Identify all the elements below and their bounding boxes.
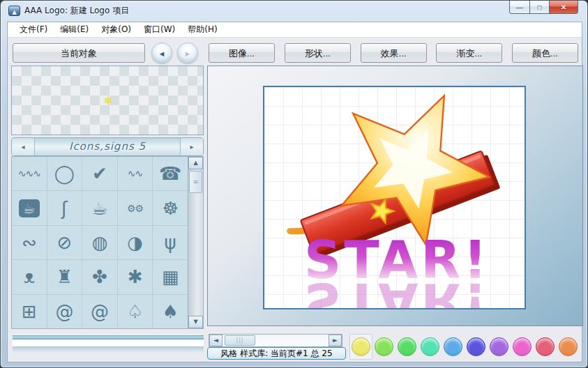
- menu-item-3[interactable]: 窗口(W): [137, 22, 181, 37]
- swatch-circle-turquoise: [421, 337, 439, 356]
- icon-cell-calculator[interactable]: ⊞: [12, 295, 47, 328]
- icon-grid-scrollbar[interactable]: ▲ ≡ ▼: [188, 156, 204, 329]
- icon-cell-wavy-lines[interactable]: ∿∿: [118, 157, 153, 190]
- category-prev-button[interactable]: ◂: [12, 138, 35, 155]
- swatch-turquoise[interactable]: [419, 334, 442, 360]
- menu-item-4[interactable]: 帮助(H): [181, 22, 223, 37]
- brick-wall-icon: ▦: [162, 268, 179, 286]
- logo-page[interactable]: STAR! STAR!: [263, 86, 526, 309]
- scroll-left-icon[interactable]: ◄: [209, 335, 223, 346]
- styles-status-bar[interactable]: 风格 样式库: 当前页#1 总 25: [207, 347, 346, 360]
- icon-cell-splatter[interactable]: ✱: [118, 260, 153, 293]
- menu-item-0[interactable]: 文件(F): [13, 22, 54, 37]
- swatch-circle-green: [398, 337, 416, 356]
- swatch-blue[interactable]: [442, 334, 465, 360]
- clover-icon: ✤: [92, 268, 107, 286]
- coffee-sign-icon: ☕: [19, 199, 40, 217]
- icon-cell-brick-wall[interactable]: ▦: [153, 260, 188, 293]
- pine-tree-icon: ♠: [163, 302, 179, 321]
- title-bar: ▲ AAA Logo: 新建 Logo 项目 — □ ✕: [1, 1, 587, 22]
- star-logo-artwork: STAR! STAR!: [264, 87, 525, 308]
- toolbar-button-0[interactable]: 图像...: [209, 43, 275, 63]
- category-label[interactable]: Icons,signs 5: [35, 138, 180, 155]
- icon-cell-pine-tree-outline[interactable]: ♤: [118, 295, 153, 328]
- current-object-button[interactable]: 当前对象: [13, 43, 145, 63]
- toolbar-button-1[interactable]: 形状...: [285, 43, 351, 63]
- minimize-button[interactable]: —: [509, 1, 530, 14]
- spiral-icon: @: [91, 302, 109, 321]
- stripe: [13, 339, 204, 346]
- icon-cell-gears[interactable]: ⚙⚙: [118, 191, 153, 224]
- swatch-circle-yellow-green: [375, 337, 393, 356]
- vertical-scroll-thumb[interactable]: ≡: [189, 171, 202, 193]
- category-next-button[interactable]: ▸: [180, 138, 203, 155]
- icon-cell-coffee-cup[interactable]: ☕: [82, 191, 117, 224]
- no-smoking-icon: ⊘: [56, 233, 72, 252]
- gears-icon: ⚙⚙: [127, 204, 143, 213]
- icon-cell-telephone[interactable]: ☎: [153, 157, 188, 190]
- swatch-indigo[interactable]: [465, 334, 488, 360]
- icon-cell-coffee-sign[interactable]: ☕: [12, 191, 47, 224]
- icon-cell-globe-swoosh[interactable]: ◑: [118, 226, 153, 259]
- swatch-magenta[interactable]: [511, 334, 534, 360]
- prev-object-button[interactable]: ◄: [151, 43, 172, 63]
- triple-curls-wave-icon: ∿∿∿: [18, 169, 40, 178]
- icon-grid: ∿∿∿◯✔∿∿☎☕ʃ☕⚙⚙☸∾⊘◍◑ψᴥ♜✤✱▦⊞@@♤♠: [11, 156, 188, 329]
- podium-people-icon: ♜: [56, 268, 73, 286]
- icon-cell-no-smoking[interactable]: ⊘: [47, 226, 82, 259]
- icon-cell-squiggle[interactable]: ʃ: [47, 191, 82, 224]
- swatch-circle-indigo: [467, 337, 485, 356]
- app-icon: ▲: [8, 6, 20, 16]
- menu-item-1[interactable]: 编辑(E): [54, 22, 95, 37]
- swatch-circle-magenta: [513, 337, 532, 356]
- toolbar-button-2[interactable]: 效果...: [361, 43, 427, 63]
- icon-category-selector: ◂ Icons,signs 5 ▸: [11, 137, 204, 156]
- icon-cell-clover[interactable]: ✤: [82, 260, 117, 293]
- app-window: ▲ AAA Logo: 新建 Logo 项目 — □ ✕ 文件(F)编辑(E)对…: [0, 0, 588, 368]
- maximize-button[interactable]: □: [529, 1, 550, 14]
- icon-cell-triskelion[interactable]: ☸: [153, 191, 188, 224]
- icon-cell-swoosh-check[interactable]: ✔: [82, 157, 117, 190]
- icon-cell-pine-tree[interactable]: ♠: [153, 295, 188, 328]
- client-area: 文件(F)编辑(E)对象(O)窗口(W)帮助(H) 当前对象 ◄ ► 图像...…: [7, 22, 582, 362]
- object-preview[interactable]: ✶: [11, 66, 204, 135]
- swatch-green[interactable]: [395, 334, 419, 360]
- icon-cell-spiral-dotted[interactable]: @: [47, 295, 82, 328]
- turtle-icon: ᴥ: [24, 268, 35, 286]
- logo-text-reflection: STAR!: [304, 272, 490, 308]
- scroll-down-icon[interactable]: ▼: [188, 316, 203, 328]
- icon-cell-handprint[interactable]: ψ: [153, 226, 188, 259]
- swoosh-check-icon: ✔: [92, 164, 107, 183]
- toolbar-button-3[interactable]: 渐变...: [436, 43, 502, 63]
- swatch-circle-rose: [536, 337, 555, 356]
- icon-cell-turtle[interactable]: ᴥ: [12, 260, 47, 293]
- menu-item-2[interactable]: 对象(O): [95, 22, 137, 37]
- globe-icon: ◍: [92, 233, 108, 252]
- icon-cell-globe[interactable]: ◍: [82, 226, 117, 259]
- preview-star-icon: ✶: [103, 93, 114, 108]
- icon-cell-triple-curls-wave[interactable]: ∿∿∿: [12, 157, 47, 190]
- swatch-yellow-green[interactable]: [372, 334, 395, 360]
- icon-cell-wave-curl[interactable]: ∾: [12, 226, 47, 259]
- toolbar-button-4[interactable]: 颜色...: [512, 43, 578, 63]
- styles-scrollbar[interactable]: ◄ ||| ►: [209, 334, 342, 347]
- swatch-purple[interactable]: [488, 334, 511, 360]
- close-button[interactable]: ✕: [549, 1, 578, 14]
- swatch-rose[interactable]: [534, 334, 557, 360]
- window-title: AAA Logo: 新建 Logo 项目: [24, 1, 129, 22]
- scroll-up-icon[interactable]: ▲: [188, 157, 203, 169]
- icon-cell-podium-people[interactable]: ♜: [47, 260, 82, 293]
- swatch-orange[interactable]: [557, 334, 580, 360]
- globe-swoosh-icon: ◑: [127, 233, 143, 252]
- scroll-right-icon[interactable]: ►: [329, 335, 342, 346]
- swatch-yellow[interactable]: [349, 334, 372, 360]
- panel-button-row: 图像...形状...效果...渐变...颜色...: [209, 43, 578, 63]
- next-object-button[interactable]: ►: [177, 43, 198, 63]
- canvas-viewport: STAR! STAR!: [207, 66, 583, 326]
- icon-cell-spiral[interactable]: @: [82, 295, 117, 328]
- swatch-circle-orange: [559, 337, 578, 356]
- horizontal-scroll-thumb[interactable]: |||: [225, 335, 255, 346]
- swatch-circle-purple: [490, 337, 508, 356]
- window-controls: — □ ✕: [510, 1, 578, 14]
- icon-cell-circle-brushstroke[interactable]: ◯: [47, 157, 82, 190]
